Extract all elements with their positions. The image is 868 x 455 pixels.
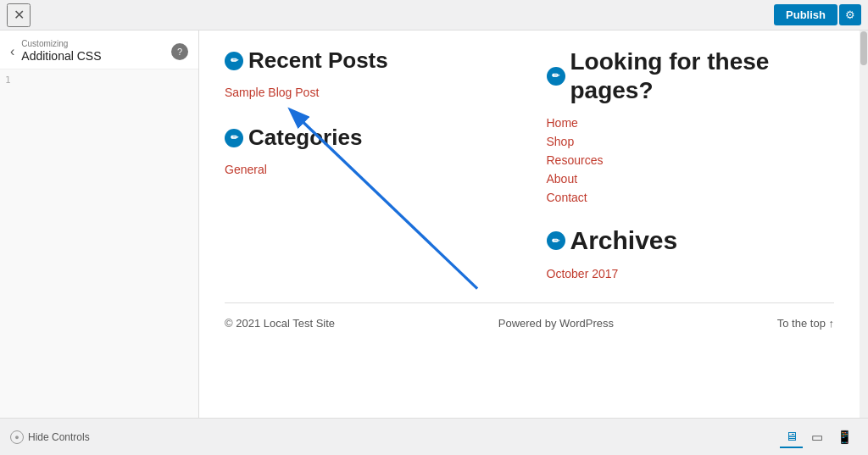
looking-for-title: Looking for these pages? <box>570 47 835 104</box>
recent-posts-title: Recent Posts <box>248 47 388 74</box>
back-arrow-icon[interactable]: ‹ <box>10 44 14 59</box>
scrollbar-thumb[interactable] <box>860 31 867 65</box>
sidebar-label-wrap: Customizing Additional CSS <box>21 39 171 64</box>
looking-for-link-4[interactable]: Contact <box>547 191 835 204</box>
looking-for-link-1[interactable]: Shop <box>547 135 835 148</box>
categories-edit-icon[interactable]: ✏ <box>225 129 243 147</box>
widgets-row: ✏ Recent Posts Sample Blog Post ✏ Catego… <box>225 47 834 286</box>
looking-for-link-2[interactable]: Resources <box>547 153 835 167</box>
close-button[interactable]: ✕ <box>7 3 31 27</box>
device-tablet-button[interactable]: ▭ <box>806 425 828 448</box>
device-desktop-button[interactable]: 🖥 <box>780 425 803 448</box>
archives-item-0[interactable]: October 2017 <box>547 267 835 280</box>
archives-widget-title: ✏ Archives <box>547 226 835 255</box>
preview-area: ✏ Recent Posts Sample Blog Post ✏ Catego… <box>199 31 860 418</box>
categories-title: Categories <box>248 125 362 151</box>
customizing-label: Customizing <box>21 39 171 48</box>
hide-controls-icon: ● <box>10 430 24 444</box>
footer-bar: © 2021 Local Test Site Powered by WordPr… <box>225 317 834 330</box>
line-number: 1 <box>5 75 11 86</box>
footer-divider <box>225 302 834 303</box>
footer-powered: Powered by WordPress <box>498 317 614 330</box>
css-input[interactable] <box>5 75 193 413</box>
main-layout: ‹ Customizing Additional CSS ? 1 <box>0 31 868 418</box>
archives-edit-icon[interactable]: ✏ <box>547 231 565 250</box>
desktop-icon: 🖥 <box>785 429 798 443</box>
hide-controls-button[interactable]: ● Hide Controls <box>10 430 90 444</box>
looking-for-edit-icon[interactable]: ✏ <box>547 67 565 86</box>
left-column: ✏ Recent Posts Sample Blog Post ✏ Catego… <box>225 47 513 286</box>
publish-button[interactable]: Publish <box>774 4 837 25</box>
help-icon[interactable]: ? <box>171 43 188 60</box>
categories-widget-title: ✏ Categories <box>225 125 513 151</box>
looking-for-link-0[interactable]: Home <box>547 116 835 130</box>
scrollbar-track[interactable] <box>860 31 868 418</box>
device-buttons: 🖥 ▭ 📱 <box>780 425 858 448</box>
footer-copyright: © 2021 Local Test Site <box>225 317 335 330</box>
recent-posts-edit-icon[interactable]: ✏ <box>225 52 243 70</box>
sidebar: ‹ Customizing Additional CSS ? 1 <box>0 31 199 418</box>
section-label: Additional CSS <box>21 49 101 63</box>
bottom-bar: ● Hide Controls 🖥 ▭ 📱 <box>0 418 868 455</box>
top-bar: ✕ Publish ⚙ <box>0 0 868 31</box>
right-column: ✏ Looking for these pages? Home Shop Res… <box>547 47 835 286</box>
device-mobile-button[interactable]: 📱 <box>832 425 858 448</box>
categories-item-0[interactable]: General <box>225 163 513 176</box>
gear-button[interactable]: ⚙ <box>839 4 861 25</box>
sidebar-header: ‹ Customizing Additional CSS ? <box>0 31 198 69</box>
css-editor-area: 1 <box>0 69 198 418</box>
looking-for-link-3[interactable]: About <box>547 172 835 186</box>
mobile-icon: 📱 <box>837 430 853 444</box>
recent-posts-widget-title: ✏ Recent Posts <box>225 47 513 74</box>
tablet-icon: ▭ <box>811 430 823 444</box>
looking-for-widget-title: ✏ Looking for these pages? <box>547 47 835 104</box>
hide-controls-label: Hide Controls <box>28 431 90 443</box>
recent-posts-item-0[interactable]: Sample Blog Post <box>225 86 513 99</box>
archives-title: Archives <box>570 226 678 255</box>
preview-content: ✏ Recent Posts Sample Blog Post ✏ Catego… <box>199 31 860 418</box>
footer-top-link[interactable]: To the top ↑ <box>777 317 834 330</box>
